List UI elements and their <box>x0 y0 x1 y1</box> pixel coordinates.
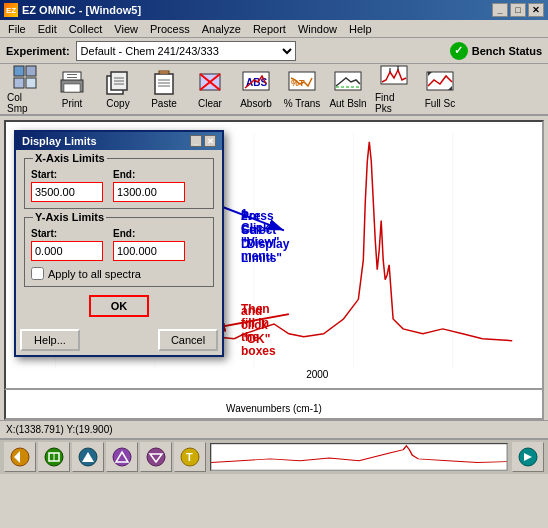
menu-collect[interactable]: Collect <box>63 22 109 36</box>
aut-bsln-button[interactable]: Aut Bsln <box>326 66 370 112</box>
spectrum-container: % Transmittance <box>4 120 544 390</box>
x-end-input[interactable] <box>113 182 185 202</box>
spectrum-inner: % Transmittance <box>6 122 542 388</box>
x-end-label: End: <box>113 169 185 180</box>
close-button[interactable]: ✕ <box>528 3 544 17</box>
bench-status: ✓ Bench Status <box>450 42 542 60</box>
x-start-input[interactable] <box>31 182 103 202</box>
status-text: X:(1338.791) Y:(19.900) <box>6 424 113 435</box>
trans-icon: %T <box>288 69 316 96</box>
help-cancel-row: Help... Cancel <box>16 329 222 355</box>
aut-bsln-icon <box>334 69 362 96</box>
x-start-field: Start: <box>31 169 103 202</box>
find-pks-button[interactable]: Find Pks <box>372 66 416 112</box>
x-axis-row: Start: End: <box>31 169 207 202</box>
cancel-button[interactable]: Cancel <box>158 329 218 351</box>
menu-file[interactable]: File <box>2 22 32 36</box>
minimize-button[interactable]: _ <box>492 3 508 17</box>
col-smp-button[interactable]: Col Smp <box>4 66 48 112</box>
dialog-title-bar: Display Limits _ ✕ <box>16 132 222 150</box>
full-sc-icon <box>426 69 454 96</box>
nav-btn-2[interactable] <box>38 442 70 472</box>
svg-rect-0 <box>14 66 24 76</box>
nav-btn-arrow-right[interactable] <box>512 442 544 472</box>
col-smp-label: Col Smp <box>7 92 45 114</box>
app-icon: EZ <box>4 3 18 17</box>
clear-button[interactable]: Clear <box>188 66 232 112</box>
bench-status-icon: ✓ <box>450 42 468 60</box>
mini-spectrum <box>210 443 508 471</box>
x-end-field: End: <box>113 169 185 202</box>
svg-text:T: T <box>186 451 193 463</box>
menu-window[interactable]: Window <box>292 22 343 36</box>
apply-all-row: Apply to all spectra <box>31 267 207 280</box>
clear-label: Clear <box>198 98 222 109</box>
absorb-icon: ABS <box>242 69 270 96</box>
help-button[interactable]: Help... <box>20 329 80 351</box>
svg-rect-3 <box>26 78 36 88</box>
ok-button[interactable]: OK <box>89 295 149 317</box>
absorb-label: Absorb <box>240 98 272 109</box>
copy-button[interactable]: Copy <box>96 66 140 112</box>
paste-label: Paste <box>151 98 177 109</box>
toolbar: Col Smp Print Copy <box>0 64 548 116</box>
nav-btn-4[interactable] <box>106 442 138 472</box>
print-button[interactable]: Print <box>50 66 94 112</box>
nav-btn-3[interactable] <box>72 442 104 472</box>
status-bar: X:(1338.791) Y:(19.900) <box>0 420 548 438</box>
nav-btn-6[interactable]: T <box>174 442 206 472</box>
menu-process[interactable]: Process <box>144 22 196 36</box>
menu-analyze[interactable]: Analyze <box>196 22 247 36</box>
aut-bsln-label: Aut Bsln <box>329 98 366 109</box>
menu-bar: File Edit Collect View Process Analyze R… <box>0 20 548 38</box>
svg-rect-1 <box>26 66 36 76</box>
apply-all-label: Apply to all spectra <box>48 268 141 280</box>
y-end-label: End: <box>113 228 185 239</box>
x-axis-group: X-Axis Limits Start: End: <box>24 158 214 209</box>
y-start-input[interactable] <box>31 241 103 261</box>
x-axis-label: X-Axis Limits <box>33 152 107 164</box>
experiment-label: Experiment: <box>6 45 70 57</box>
x-start-label: Start: <box>31 169 103 180</box>
menu-edit[interactable]: Edit <box>32 22 63 36</box>
copy-label: Copy <box>106 98 129 109</box>
nav-btn-1[interactable] <box>4 442 36 472</box>
menu-report[interactable]: Report <box>247 22 292 36</box>
svg-rect-8 <box>67 77 77 78</box>
dialog-title: Display Limits <box>22 135 97 147</box>
dialog-body: X-Axis Limits Start: End: Y-Ax <box>16 150 222 329</box>
maximize-button[interactable]: □ <box>510 3 526 17</box>
full-sc-button[interactable]: Full Sc <box>418 66 462 112</box>
svg-rect-58 <box>211 444 507 470</box>
y-axis-row: Start: End: <box>31 228 207 261</box>
experiment-select[interactable]: Default - Chem 241/243/333 <box>76 41 296 61</box>
trans-button[interactable]: %T % Trans <box>280 66 324 112</box>
paste-button[interactable]: Paste <box>142 66 186 112</box>
dialog-close[interactable]: ✕ <box>204 135 216 147</box>
y-axis-group-label: Y-Axis Limits <box>33 211 106 223</box>
dialog-minimize[interactable]: _ <box>190 135 202 147</box>
apply-all-checkbox[interactable] <box>31 267 44 280</box>
svg-rect-32 <box>427 72 453 90</box>
title-bar-left: EZ EZ OMNIC - [Window5] <box>4 3 141 17</box>
bottom-toolbar: T <box>0 438 548 474</box>
y-end-input[interactable] <box>113 241 185 261</box>
display-limits-dialog: Display Limits _ ✕ X-Axis Limits Start: <box>14 130 224 357</box>
svg-rect-16 <box>160 71 168 74</box>
svg-text:ABS: ABS <box>246 77 267 88</box>
axis-tick-2000: 2000 <box>306 369 328 380</box>
y-start-label: Start: <box>31 228 103 239</box>
title-bar: EZ EZ OMNIC - [Window5] _ □ ✕ <box>0 0 548 20</box>
menu-view[interactable]: View <box>108 22 144 36</box>
nav-btn-5[interactable] <box>140 442 172 472</box>
svg-rect-2 <box>14 78 24 88</box>
title-bar-controls[interactable]: _ □ ✕ <box>492 3 544 17</box>
full-sc-label: Full Sc <box>425 98 456 109</box>
bench-status-label: Bench Status <box>472 45 542 57</box>
clear-icon <box>196 69 224 96</box>
absorb-button[interactable]: ABS Absorb <box>234 66 278 112</box>
axis-area: Wavenumbers (cm-1) <box>4 390 544 420</box>
col-smp-icon <box>12 64 40 90</box>
menu-help[interactable]: Help <box>343 22 378 36</box>
axis-label: Wavenumbers (cm-1) <box>226 403 322 414</box>
